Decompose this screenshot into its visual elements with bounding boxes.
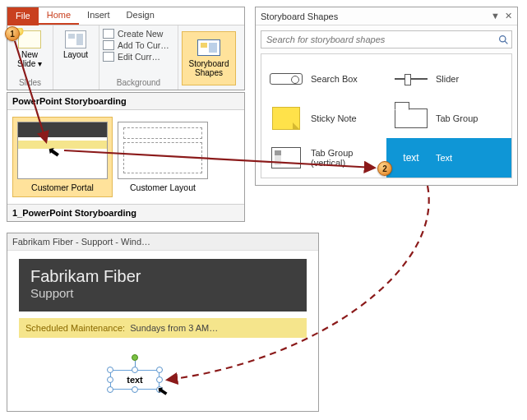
search-box-icon — [270, 73, 303, 85]
add-to-current-icon — [103, 40, 114, 50]
step-badge-2: 2 — [377, 161, 392, 176]
ribbon-body: New Slide ▾ Slides Layout Create New Add… — [7, 25, 244, 90]
maintenance-value: Sundays from 3 AM… — [125, 323, 218, 333]
layout-icon — [65, 30, 86, 48]
preview-window-title: Fabrikam Fiber - Support - Wind… — [7, 233, 318, 251]
bg-create-new[interactable]: Create New — [103, 29, 174, 39]
hero-title: Fabrikam Fiber — [30, 267, 295, 286]
shapes-search[interactable] — [261, 30, 512, 48]
tab-group-vertical-icon — [271, 147, 301, 168]
shape-tab-group-vertical-label: Tab Group (vertical) — [311, 148, 380, 168]
group-background-label: Background — [103, 76, 174, 90]
shapes-list: Search Box Slider Sticky Note Tab Group … — [261, 53, 512, 178]
shapes-search-input[interactable] — [261, 35, 495, 44]
hero-subtitle: Support — [30, 286, 295, 300]
bg-edit-current[interactable]: Edit Curr… — [103, 52, 174, 62]
slide-preview: Fabrikam Fiber - Support - Wind… Fabrika… — [7, 233, 319, 412]
resize-handle-n[interactable] — [132, 367, 138, 373]
tab-home[interactable]: Home — [39, 7, 79, 25]
shape-sticky-note[interactable]: Sticky Note — [261, 99, 386, 138]
storyboard-shapes-icon — [197, 39, 220, 56]
create-new-icon — [103, 29, 114, 39]
thumb-customer-layout-preview — [118, 122, 208, 179]
step-badge-1: 1 — [5, 26, 20, 41]
resize-handle-w[interactable] — [107, 376, 113, 383]
thumb-customer-layout-label: Customer Layout — [130, 182, 196, 192]
maintenance-banner: Scheduled Maintenance: Sundays from 3 AM… — [19, 318, 307, 338]
panel-dropdown-icon[interactable]: ▼ — [491, 11, 500, 21]
shape-slider-label: Slider — [436, 74, 459, 84]
edit-current-icon — [103, 52, 114, 62]
shape-search-box[interactable]: Search Box — [261, 59, 386, 99]
tab-file[interactable]: File — [7, 7, 39, 25]
group-storyboard: Storyboard Shapes — [178, 25, 244, 90]
bg-add-to-current[interactable]: Add To Cur… — [103, 40, 174, 50]
slides-panel-title: PowerPoint Storyboarding — [7, 93, 244, 110]
bg-add-to-current-label: Add To Cur… — [118, 40, 169, 50]
cursor-icon: ⬉ — [155, 382, 169, 399]
storyboard-shapes-label: Storyboard Shapes — [189, 59, 229, 77]
shapes-panel-title: Storyboard Shapes — [261, 12, 338, 21]
resize-handle-s[interactable] — [132, 386, 138, 393]
tab-design[interactable]: Design — [118, 7, 163, 25]
shape-tab-group[interactable]: Tab Group — [386, 99, 511, 138]
layout-button[interactable]: Layout — [53, 25, 99, 90]
inserted-text-shape[interactable]: text — [110, 370, 159, 390]
slides-panel-footer: 1_PowerPoint Storyboarding — [7, 205, 244, 221]
inserted-text-shape-label: text — [127, 375, 143, 385]
storyboard-shapes-panel: Storyboard Shapes ▼ ✕ Search Box Slider … — [255, 7, 518, 186]
slider-icon — [395, 78, 428, 80]
storyboard-shapes-button[interactable]: Storyboard Shapes — [182, 31, 236, 85]
thumb-customer-portal-label: Customer Portal — [31, 182, 94, 192]
resize-handle-sw[interactable] — [107, 386, 113, 393]
new-slide-label: New Slide ▾ — [11, 50, 49, 68]
tab-insert[interactable]: Insert — [79, 7, 118, 25]
preview-hero: Fabrikam Fiber Support — [19, 259, 307, 312]
bg-create-new-label: Create New — [118, 29, 163, 39]
sticky-note-icon — [272, 107, 300, 130]
search-icon[interactable] — [495, 35, 511, 45]
thumb-customer-portal-preview — [17, 122, 108, 179]
text-icon: text — [403, 152, 418, 164]
layout-label: Layout — [57, 50, 95, 59]
panel-close-icon[interactable]: ✕ — [505, 11, 512, 21]
maintenance-label: Scheduled Maintenance: — [25, 323, 125, 333]
shape-text-label: Text — [436, 153, 452, 163]
new-slide-icon — [18, 30, 41, 48]
shape-tab-group-vertical[interactable]: Tab Group (vertical) — [261, 138, 386, 178]
bg-edit-current-label: Edit Curr… — [118, 52, 160, 62]
resize-handle-ne[interactable] — [156, 367, 163, 373]
shape-sticky-note-label: Sticky Note — [311, 113, 357, 123]
shape-search-box-label: Search Box — [311, 74, 358, 84]
resize-handle-nw[interactable] — [107, 367, 113, 373]
shape-text[interactable]: text Text — [386, 138, 511, 178]
svg-point-0 — [499, 35, 505, 41]
ribbon-tabs: File Home Insert Design — [7, 7, 244, 25]
tab-group-icon — [395, 108, 428, 128]
group-background: Create New Add To Cur… Edit Curr… Backgr… — [99, 25, 178, 90]
resize-handle-e[interactable] — [156, 376, 163, 383]
shape-tab-group-label: Tab Group — [436, 113, 478, 123]
ribbon: File Home Insert Design New Slide ▾ Slid… — [7, 7, 245, 90]
shape-slider[interactable]: Slider — [386, 59, 511, 99]
thumb-customer-portal[interactable]: Customer Portal — [12, 117, 113, 197]
svg-line-1 — [505, 41, 507, 44]
rotate-handle-icon[interactable] — [132, 354, 138, 361]
group-slides-label: Slides — [11, 76, 49, 90]
slides-panel: PowerPoint Storyboarding Customer Portal… — [7, 92, 245, 222]
thumb-customer-layout[interactable]: Customer Layout — [118, 117, 208, 192]
